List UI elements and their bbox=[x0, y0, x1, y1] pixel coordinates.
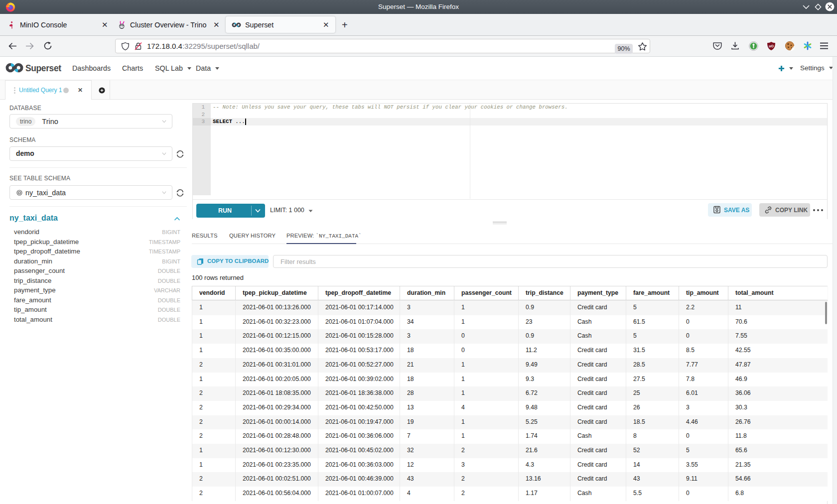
svg-text:uO: uO bbox=[769, 44, 774, 48]
